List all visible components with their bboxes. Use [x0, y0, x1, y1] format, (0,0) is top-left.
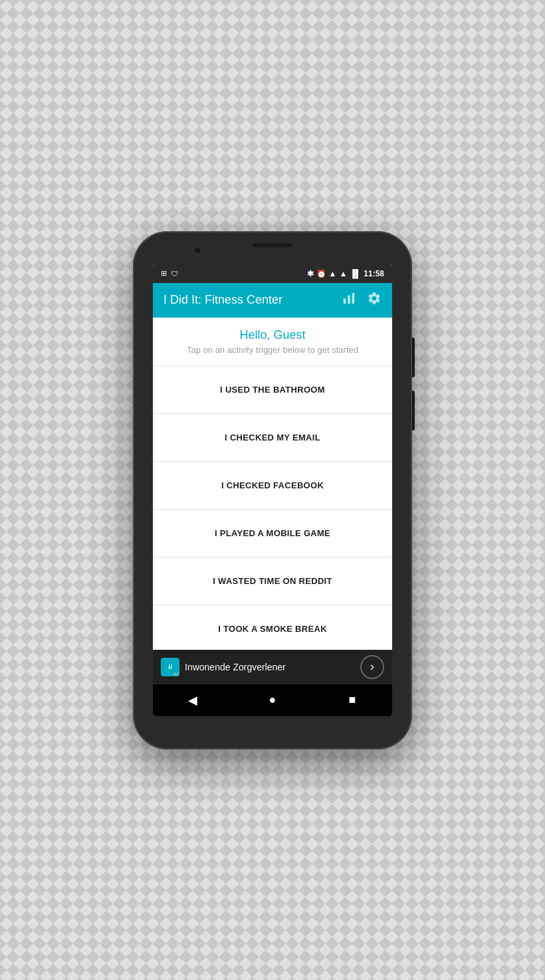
signal-icon: ▲ — [339, 269, 347, 278]
ad-label: Ad — [173, 672, 179, 676]
activity-item-email[interactable]: I CHECKED MY EMAIL — [153, 414, 392, 462]
home-icon: ● — [269, 693, 276, 707]
activity-label: I CHECKED FACEBOOK — [221, 480, 324, 490]
activity-item-facebook[interactable]: I CHECKED FACEBOOK — [153, 462, 392, 510]
status-right-area: ✱ ⏰ ▲ ▲ ▐▌ 11:58 — [307, 269, 385, 278]
bluetooth-icon: ✱ — [307, 269, 314, 278]
app-bar-icons — [342, 291, 382, 309]
activity-label: I USED THE BATHROOM — [220, 385, 325, 395]
main-content: Hello, Guest Tap on an activity trigger … — [153, 318, 392, 650]
ad-icon: i Ad — [161, 658, 179, 676]
svg-rect-1 — [348, 295, 350, 304]
svg-rect-0 — [344, 298, 346, 304]
activity-label: I CHECKED MY EMAIL — [225, 433, 320, 442]
recent-icon: ■ — [349, 693, 356, 707]
app-title: I Did It: Fitness Center — [164, 293, 342, 307]
settings-icon[interactable] — [367, 291, 382, 309]
ad-banner[interactable]: i Ad Inwonende Zorgverlener › — [153, 650, 392, 684]
wifi-icon: ▲ — [329, 269, 337, 278]
tab-icon: ⊞ — [161, 269, 167, 278]
activity-label: I WASTED TIME ON REDDIT — [213, 576, 332, 586]
alarm-icon: ⏰ — [316, 269, 326, 278]
activity-list: I USED THE BATHROOM I CHECKED MY EMAIL I… — [153, 366, 392, 650]
greeting-subtitle: Tap on an activity trigger below to get … — [164, 345, 382, 355]
svg-rect-2 — [352, 293, 355, 304]
activity-item-smoke[interactable]: I TOOK A SMOKE BREAK — [153, 605, 392, 650]
ad-arrow-button[interactable]: › — [360, 655, 384, 679]
recent-button[interactable]: ■ — [339, 687, 366, 714]
battery-icon: ▐▌ — [350, 269, 361, 278]
phone-screen: ⊞ 🛡 ✱ ⏰ ▲ ▲ ▐▌ 11:58 I Did It: Fitness C… — [153, 264, 392, 716]
activity-item-mobile-game[interactable]: I PLAYED A MOBILE GAME — [153, 510, 392, 557]
back-button[interactable]: ◀ — [179, 687, 206, 714]
home-button[interactable]: ● — [259, 687, 286, 714]
camera — [193, 246, 202, 255]
chart-icon[interactable] — [342, 291, 356, 309]
app-bar: I Did It: Fitness Center — [153, 283, 392, 318]
activity-item-reddit[interactable]: I WASTED TIME ON REDDIT — [153, 557, 392, 605]
greeting-name: Hello, Guest — [164, 328, 382, 342]
greeting-section: Hello, Guest Tap on an activity trigger … — [153, 318, 392, 366]
ad-letter: i — [170, 664, 172, 670]
ad-text: Inwonende Zorgverlener — [185, 662, 355, 672]
back-icon: ◀ — [188, 693, 197, 708]
phone-frame: ⊞ 🛡 ✱ ⏰ ▲ ▲ ▐▌ 11:58 I Did It: Fitness C… — [133, 231, 412, 749]
status-bar: ⊞ 🛡 ✱ ⏰ ▲ ▲ ▐▌ 11:58 — [153, 264, 392, 283]
nav-bar: ◀ ● ■ — [153, 684, 392, 716]
status-left-icons: ⊞ 🛡 — [161, 269, 178, 278]
chevron-right-icon: › — [370, 660, 374, 674]
activity-label: I TOOK A SMOKE BREAK — [218, 624, 327, 634]
shield-icon: 🛡 — [171, 270, 178, 278]
activity-item-bathroom[interactable]: I USED THE BATHROOM — [153, 366, 392, 414]
status-time: 11:58 — [364, 269, 384, 278]
activity-label: I PLAYED A MOBILE GAME — [215, 528, 330, 538]
